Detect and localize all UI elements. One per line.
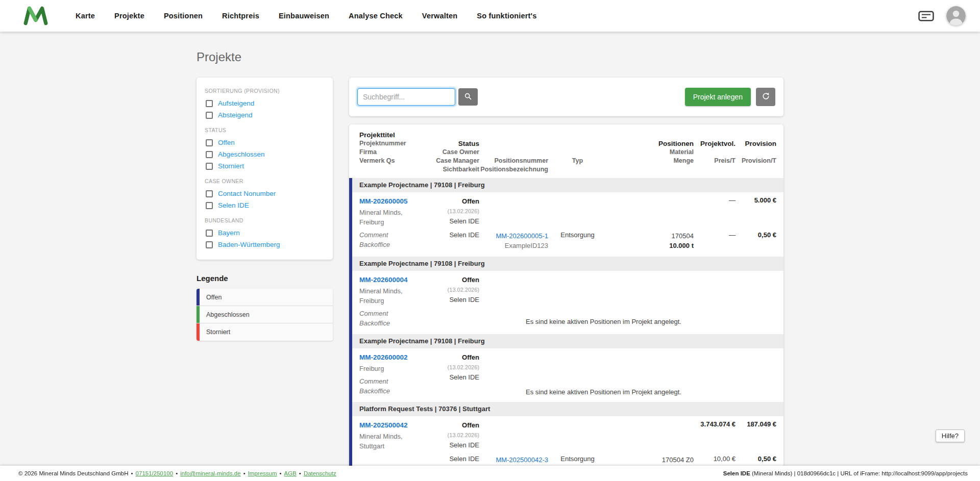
footer-session-info: Selen IDE (Mineral Minds) | 018d0966dc1c…: [723, 470, 968, 476]
nav-item-so-funktionierts[interactable]: So funktioniert's: [477, 12, 536, 20]
filter-option-label: Selen IDE: [218, 201, 249, 209]
nav-links: Karte Projekte Positionen Richtpreis Ein…: [76, 12, 918, 20]
checkbox-icon[interactable]: [206, 202, 213, 209]
footer-email-link[interactable]: info@mineral-minds.de: [180, 470, 240, 476]
header-col-projektvol: Projektvol. Preis/T: [694, 131, 736, 174]
nav-item-projekte[interactable]: Projekte: [114, 12, 144, 20]
legend-card: Offen Abgeschlossen Storniert: [197, 289, 333, 341]
nav-item-verwalten[interactable]: Verwalten: [422, 12, 458, 20]
provision-value: 5.000 €: [736, 196, 776, 226]
filter-option-absteigend[interactable]: Absteigend: [205, 109, 325, 121]
footer-separator: •: [243, 470, 246, 476]
checkbox-icon[interactable]: [206, 151, 213, 158]
project-city: Freiburg: [359, 364, 431, 373]
footer-separator: •: [176, 470, 178, 476]
top-navbar: Karte Projekte Positionen Richtpreis Ein…: [0, 0, 980, 32]
checkbox-icon[interactable]: [206, 230, 213, 237]
search-input[interactable]: [357, 88, 455, 106]
project-number-link[interactable]: MM-202600005: [359, 196, 431, 206]
checkbox-icon[interactable]: [206, 139, 213, 146]
projektvol-value: 3.743.074 €: [694, 420, 736, 450]
position-typ: Entsorgung: [548, 231, 607, 250]
filter-option-aufsteigend[interactable]: Aufsteigend: [205, 97, 325, 109]
checkbox-icon[interactable]: [206, 100, 213, 107]
nav-item-richtpreis[interactable]: Richtpreis: [222, 12, 259, 20]
project-number-link[interactable]: MM-202600004: [359, 275, 431, 285]
card-terminal-icon[interactable]: [918, 10, 934, 22]
filter-option-label: Contact Nonumber: [218, 190, 276, 197]
status-date: (13.02.2026): [448, 364, 479, 370]
filter-option-selen-ide[interactable]: Selen IDE: [205, 199, 325, 211]
header-col-position: Positionsnummer Positionsbezeichnung: [479, 131, 548, 174]
filter-section-title: BUNDESLAND: [205, 217, 325, 223]
case-owner: Selen IDE: [431, 440, 479, 450]
project-row: Example Projectname | 79108 | Freiburg M…: [349, 257, 783, 334]
filter-option-abgeschlossen[interactable]: Abgeschlossen: [205, 148, 325, 160]
filter-option-storniert[interactable]: Storniert: [205, 160, 325, 172]
position-name: ExampleID123: [479, 241, 548, 250]
project-number-link[interactable]: MM-202500042: [359, 420, 431, 430]
status-cell: Offen (13.02.2026) Selen IDE: [431, 275, 479, 310]
nav-item-karte[interactable]: Karte: [76, 12, 95, 20]
filter-section-sortierung: SORTIERUNG (PROVISION) Aufsteigend Abste…: [205, 88, 325, 121]
filter-option-bayern[interactable]: Bayern: [205, 227, 325, 239]
help-button[interactable]: Hilfe?: [936, 429, 965, 442]
project-group-title: Example Projectname | 79108 | Freiburg: [349, 334, 783, 348]
legend-label: Abgeschlossen: [206, 311, 250, 318]
footer-agb-link[interactable]: AGB: [284, 470, 297, 476]
status-label: Offen: [462, 421, 479, 429]
project-qs: Backoffice: [359, 386, 431, 396]
footer-datenschutz-link[interactable]: Datenschutz: [304, 470, 336, 476]
legend-title: Legende: [197, 274, 333, 283]
project-city: Freiburg: [359, 296, 431, 306]
status-label: Offen: [462, 353, 479, 361]
nav-item-einbauweisen[interactable]: Einbauweisen: [279, 12, 329, 20]
project-number-link[interactable]: MM-202600002: [359, 352, 431, 362]
refresh-icon: [762, 92, 770, 102]
user-avatar[interactable]: [946, 6, 966, 26]
footer-impressum-link[interactable]: Impressum: [248, 470, 277, 476]
project-row: Example Projectname | 79108 | Freiburg M…: [349, 334, 783, 402]
filter-card: SORTIERUNG (PROVISION) Aufsteigend Abste…: [197, 78, 333, 260]
case-owner: Selen IDE: [431, 295, 479, 305]
position-provision-t: 0,50 €: [736, 231, 776, 250]
status-date: (13.02.2026): [448, 432, 479, 438]
filter-option-baden-wuerttemberg[interactable]: Baden-Württemberg: [205, 239, 325, 250]
filter-section-status: STATUS Offen Abgeschlossen Storniert: [205, 127, 325, 172]
project-city: Freiburg: [359, 217, 431, 227]
status-stripe-offen: [197, 289, 200, 306]
footer-separator: •: [280, 470, 282, 476]
nav-item-analyse-check[interactable]: Analyse Check: [349, 12, 403, 20]
status-date: (13.02.2026): [448, 287, 479, 293]
project-vermerk: Comment: [359, 309, 431, 318]
filter-section-case-owner: CASE OWNER Contact Nonumber Selen IDE: [205, 178, 325, 211]
footer-phone-link[interactable]: 07151/250100: [136, 470, 174, 476]
filter-section-title: CASE OWNER: [205, 178, 325, 184]
checkbox-icon[interactable]: [206, 163, 213, 170]
legend-label: Offen: [206, 294, 222, 301]
filter-option-contact-nonumber[interactable]: Contact Nonumber: [205, 188, 325, 199]
status-stripe-offen: [349, 334, 352, 402]
create-project-button[interactable]: Projekt anlegen: [685, 88, 751, 106]
checkbox-icon[interactable]: [206, 112, 213, 119]
project-company: Mineral Minds,: [359, 208, 431, 217]
position-number-link[interactable]: MM-202500042-3: [479, 455, 548, 465]
status-stripe-offen: [349, 257, 352, 334]
legend-item-offen: Offen: [197, 289, 333, 306]
filter-option-offen[interactable]: Offen: [205, 137, 325, 148]
position-number-link[interactable]: MM-202600005-1: [479, 231, 548, 241]
filter-option-label: Storniert: [218, 162, 244, 170]
status-label: Offen: [462, 276, 479, 284]
nav-item-positionen[interactable]: Positionen: [164, 12, 203, 20]
checkbox-icon[interactable]: [206, 190, 213, 197]
checkbox-icon[interactable]: [206, 241, 213, 248]
brand-m-logo-icon[interactable]: [23, 6, 48, 26]
search-button[interactable]: [458, 88, 478, 106]
legend-item-storniert: Storniert: [197, 323, 333, 341]
status-cell: Offen (13.02.2026) Selen IDE: [431, 352, 479, 383]
footer-separator: •: [299, 470, 301, 476]
position-preis-t: —: [694, 231, 736, 250]
refresh-button[interactable]: [756, 88, 775, 106]
project-info-cell: MM-202600005 Mineral Minds, Freiburg Com…: [359, 196, 431, 250]
legend-item-abgeschlossen: Abgeschlossen: [197, 306, 333, 323]
